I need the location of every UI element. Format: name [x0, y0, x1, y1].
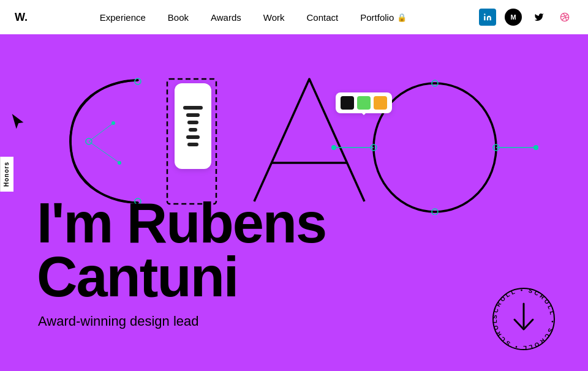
svg-point-11: [374, 83, 496, 212]
hero-name: I'm Rubens Cantuni: [37, 197, 326, 304]
color-palette-widget: [336, 92, 392, 113]
nav-book[interactable]: Book: [168, 12, 189, 23]
widget-bar-3: [187, 121, 198, 124]
nav-contact[interactable]: Contact: [307, 12, 339, 23]
lock-icon: 🔒: [397, 13, 407, 22]
widget-bar-1: [183, 106, 203, 110]
medium-icon[interactable]: M: [505, 9, 522, 26]
widget-bar-2: [186, 113, 200, 117]
navbar: W. Experience Book Awards Work Contact P…: [0, 0, 588, 34]
hero-subtitle: Award-winning design lead: [38, 313, 199, 329]
dribbble-icon[interactable]: [556, 9, 573, 26]
nav-work[interactable]: Work: [263, 12, 285, 23]
nav-experience[interactable]: Experience: [100, 12, 146, 23]
cursor-icon: [9, 114, 26, 135]
nav-awards[interactable]: Awards: [211, 12, 241, 23]
svg-line-5: [89, 123, 113, 141]
nav-links: Experience Book Awards Work Contact Port…: [100, 12, 407, 23]
mobile-widget: [175, 83, 211, 169]
nav-logo[interactable]: W.: [15, 11, 28, 24]
twitter-icon[interactable]: [530, 9, 548, 26]
linkedin-icon[interactable]: [479, 9, 496, 26]
swatch-green: [357, 96, 371, 110]
swatch-black: [341, 96, 354, 110]
svg-line-6: [89, 141, 119, 163]
nav-socials: M: [479, 9, 573, 26]
hero-name-text: I'm Rubens Cantuni: [37, 197, 326, 304]
svg-point-7: [111, 121, 115, 125]
svg-point-13: [331, 145, 336, 150]
hero-section: Honors: [0, 34, 588, 371]
widget-bar-4: [189, 128, 197, 132]
svg-point-8: [118, 161, 121, 165]
widget-bar-6: [187, 143, 198, 146]
swatch-yellow: [374, 96, 387, 110]
scroll-badge[interactable]: SCROLL • SCROLL • SCROLL • SCROLL •: [490, 285, 557, 353]
svg-point-0: [484, 13, 485, 15]
svg-point-16: [533, 145, 538, 150]
honors-tab[interactable]: Honors: [0, 157, 13, 192]
widget-bar-5: [186, 135, 200, 139]
nav-portfolio[interactable]: Portfolio 🔒: [360, 12, 407, 23]
